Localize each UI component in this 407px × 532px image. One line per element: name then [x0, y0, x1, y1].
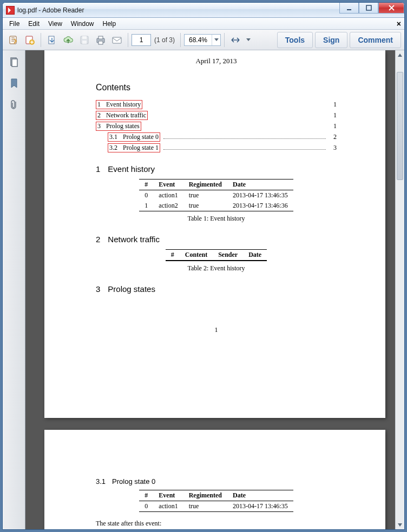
document-date: April 17, 2013 — [96, 57, 337, 65]
page-thumbnails-icon[interactable] — [6, 54, 22, 70]
subsection-heading: 3.1Prolog state 0 — [96, 477, 337, 486]
print-button[interactable] — [93, 32, 108, 48]
toc-entry: 3.1Prolog state 0 2 — [96, 132, 337, 142]
menubar: File Edit View Window Help × — [3, 18, 404, 30]
section-heading: 1Event history — [96, 164, 337, 174]
comment-panel-button[interactable]: Comment — [350, 32, 401, 48]
table-caption: Table 2: Event history — [96, 264, 337, 272]
titlebar: log.pdf - Adobe Reader — [3, 3, 404, 18]
maximize-button[interactable] — [359, 3, 378, 14]
create-pdf-button[interactable] — [22, 32, 37, 48]
tools-panel-button[interactable]: Tools — [277, 32, 313, 48]
read-mode-button[interactable] — [228, 32, 243, 48]
pdf-page: 3.1Prolog state 0 #Event RegimentedDate … — [44, 430, 385, 529]
toolbar-dropdown[interactable] — [244, 32, 253, 48]
toolbar-separator — [41, 33, 41, 47]
scroll-up-icon[interactable] — [396, 50, 404, 59]
menu-file[interactable]: File — [5, 19, 24, 29]
toolbar: (1 of 3) Tools Sign Comment — [3, 30, 404, 50]
pdf-page: April 17, 2013 Contents 1Event history 1… — [44, 50, 385, 418]
chevron-down-icon[interactable] — [212, 35, 220, 45]
svg-rect-11 — [99, 41, 103, 44]
toc-link[interactable]: 3Prolog states — [96, 122, 141, 131]
menu-view[interactable]: View — [44, 19, 67, 29]
open-button[interactable] — [44, 32, 60, 48]
save-button[interactable] — [77, 32, 92, 48]
svg-rect-7 — [82, 36, 87, 39]
toolbar-separator — [224, 33, 225, 47]
scroll-down-icon[interactable] — [396, 520, 404, 529]
toc-link[interactable]: 1Event history — [96, 100, 142, 109]
page-number: 1 — [96, 326, 337, 334]
export-pdf-button[interactable] — [6, 32, 21, 48]
svg-rect-1 — [366, 5, 371, 10]
menubar-close-icon[interactable]: × — [397, 19, 401, 28]
section-heading: 3Prolog states — [96, 284, 337, 294]
table-row: 0action1true2013-04-17 13:46:35 — [139, 501, 293, 512]
svg-rect-10 — [99, 36, 103, 39]
toc-link[interactable]: 3.2Prolog state 1 — [108, 143, 160, 152]
minimize-button[interactable] — [339, 3, 359, 14]
svg-rect-14 — [12, 59, 17, 66]
toc-entry: 2Network traffic 1 — [96, 111, 337, 120]
svg-rect-5 — [49, 36, 54, 44]
toc-entry: 3Prolog states 1 — [96, 122, 337, 131]
zoom-input[interactable] — [185, 35, 212, 45]
svg-rect-12 — [113, 37, 121, 43]
contents-heading: Contents — [96, 83, 337, 92]
attachments-icon[interactable] — [6, 97, 22, 113]
bookmarks-icon[interactable] — [6, 75, 22, 91]
nav-sidebar — [3, 50, 25, 529]
toc-entry: 1Event history 1 — [96, 100, 337, 109]
page-number-input[interactable] — [132, 34, 151, 46]
vertical-scrollbar[interactable] — [395, 50, 404, 529]
table-row: 0action1true2013-04-17 13:46:35 — [139, 190, 293, 201]
svg-rect-8 — [82, 41, 87, 44]
close-button[interactable] — [378, 3, 404, 14]
adobe-reader-icon — [6, 6, 15, 15]
scrollbar-thumb[interactable] — [397, 72, 403, 180]
content-area: April 17, 2013 Contents 1Event history 1… — [3, 50, 404, 529]
network-traffic-table: #Content SenderDate — [166, 249, 267, 261]
menu-edit[interactable]: Edit — [24, 19, 44, 29]
svg-rect-0 — [347, 9, 351, 10]
toc-link[interactable]: 3.1Prolog state 0 — [108, 132, 160, 142]
sign-panel-button[interactable]: Sign — [315, 32, 347, 48]
event-history-table: #Event RegimentedDate 0action1true2013-0… — [139, 179, 293, 211]
toolbar-separator — [128, 33, 128, 47]
table-row: 1action2true2013-04-17 13:46:36 — [139, 201, 293, 211]
toolbar-separator — [180, 33, 181, 47]
toc-entry: 3.2Prolog state 1 3 — [96, 143, 337, 152]
email-button[interactable] — [109, 32, 124, 48]
window-title: log.pdf - Adobe Reader — [17, 6, 84, 14]
section-heading: 2Network traffic — [96, 235, 337, 244]
toc-link[interactable]: 2Network traffic — [96, 111, 148, 120]
app-window: log.pdf - Adobe Reader File Edit View Wi… — [2, 2, 405, 530]
prolog-state-table: #Event RegimentedDate 0action1true2013-0… — [139, 490, 293, 512]
table-caption: Table 1: Event history — [96, 215, 337, 223]
document-viewport[interactable]: April 17, 2013 Contents 1Event history 1… — [25, 50, 404, 529]
page-count-label: (1 of 3) — [152, 36, 177, 44]
state-after-text: The state after this event: — [96, 520, 337, 528]
cloud-button[interactable] — [61, 32, 76, 48]
menu-help[interactable]: Help — [99, 19, 121, 29]
zoom-combo[interactable] — [184, 34, 221, 46]
menu-window[interactable]: Window — [67, 19, 99, 29]
